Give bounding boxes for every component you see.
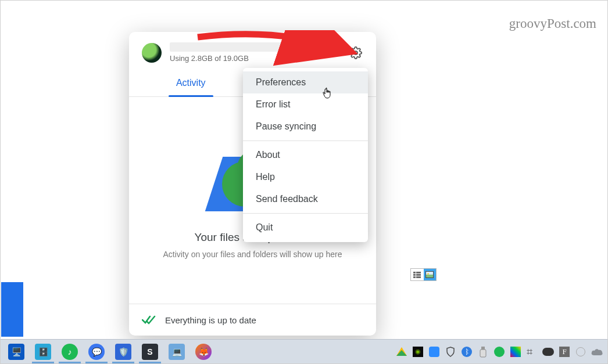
avatar[interactable]	[142, 43, 162, 63]
taskbar-app-shield[interactable]: 🛡️	[111, 340, 135, 363]
taskbar-left: 🖥️ 🗄️ ♪ 💬 🛡️ S 💻 🦊	[4, 340, 216, 363]
tray-cloud-icon[interactable]	[541, 345, 555, 359]
tray-bluetooth-icon[interactable]: ᛒ	[460, 345, 474, 359]
settings-menu: Preferences Error list Pause syncing Abo…	[243, 68, 368, 242]
card-footer: Everything is up to date	[129, 304, 376, 336]
double-check-icon	[142, 315, 156, 325]
tray-zoom-icon[interactable]	[427, 345, 441, 359]
svg-point-0	[354, 51, 357, 55]
account-name-redacted	[170, 42, 315, 52]
tray-f-icon[interactable]: F	[557, 345, 571, 359]
footer-status-text: Everything is up to date	[165, 315, 256, 325]
tray-security-icon[interactable]	[444, 345, 457, 359]
menu-pause-syncing[interactable]: Pause syncing	[243, 116, 368, 138]
storage-usage-text: Using 2.8GB of 19.0GB	[170, 54, 346, 63]
gear-icon	[349, 46, 362, 59]
menu-help[interactable]: Help	[243, 166, 368, 188]
menu-error-list[interactable]: Error list	[243, 93, 368, 116]
taskbar-app-snagit[interactable]: S	[138, 340, 162, 363]
tab-activity[interactable]: Activity	[129, 71, 253, 96]
watermark-text: groovyPost.com	[509, 16, 596, 31]
image-icon	[425, 271, 434, 278]
list-icon	[413, 272, 421, 278]
background-window-sliver	[1, 282, 23, 337]
svg-rect-1	[481, 347, 485, 349]
menu-send-feedback[interactable]: Send feedback	[243, 188, 368, 210]
menu-quit[interactable]: Quit	[243, 217, 368, 239]
taskbar: 🖥️ 🗄️ ♪ 💬 🛡️ S 💻 🦊 ◉ ᛒ ⌗ F	[1, 339, 607, 363]
svg-rect-2	[480, 349, 486, 357]
drive-triangle-icon	[396, 347, 407, 356]
tray-usb-icon[interactable]	[476, 345, 490, 359]
taskbar-app-server[interactable]: 🗄️	[31, 340, 55, 363]
tray-nvidia-icon[interactable]: ◉	[411, 345, 425, 359]
tray-drive-icon[interactable]	[395, 345, 409, 359]
view-thumbnail-button[interactable]	[424, 269, 437, 280]
taskbar-app-remote[interactable]: 💻	[164, 340, 189, 363]
taskbar-tray: ◉ ᛒ ⌗ F	[395, 345, 604, 359]
view-mode-toolbar	[410, 268, 437, 281]
tray-onedrive-icon[interactable]	[590, 345, 604, 359]
menu-about[interactable]: About	[243, 144, 368, 166]
taskbar-app-firefox[interactable]: 🦊	[191, 340, 216, 363]
taskbar-app-spotify[interactable]: ♪	[58, 340, 82, 363]
tray-spotify-icon[interactable]	[492, 345, 506, 359]
menu-separator	[243, 140, 368, 141]
card-header: Using 2.8GB of 19.0GB	[129, 32, 376, 66]
tray-slack-icon[interactable]: ⌗	[525, 345, 539, 359]
tray-powertoys-icon[interactable]	[509, 345, 523, 359]
settings-button[interactable]	[346, 43, 366, 63]
status-subline: Activity on your files and folders will …	[163, 250, 342, 259]
tray-circle-icon[interactable]	[574, 345, 588, 359]
taskbar-app-desktop[interactable]: 🖥️	[4, 340, 28, 363]
menu-preferences[interactable]: Preferences	[243, 71, 368, 93]
account-info: Using 2.8GB of 19.0GB	[170, 42, 346, 63]
view-list-button[interactable]	[411, 269, 424, 280]
taskbar-app-signal[interactable]: 💬	[84, 340, 109, 363]
menu-separator	[243, 213, 368, 214]
